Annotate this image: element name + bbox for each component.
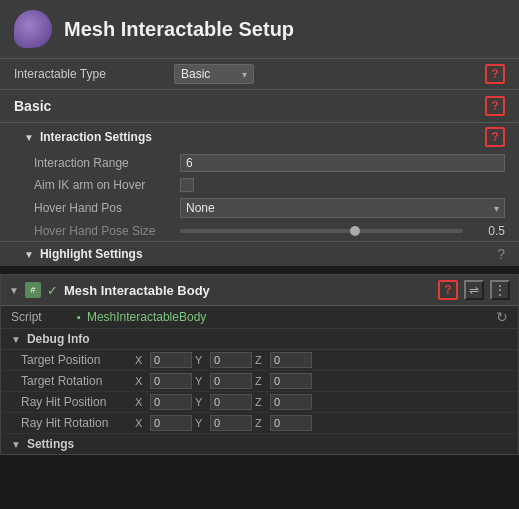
target-rotation-row: Target Rotation X Y Z — [1, 371, 518, 392]
ray-pos-y-input[interactable] — [210, 394, 252, 410]
interaction-settings-header[interactable]: ▼ Interaction Settings ? — [0, 122, 519, 151]
interaction-settings-label: Interaction Settings — [40, 130, 152, 144]
target-position-row: Target Position X Y Z — [1, 350, 518, 371]
ray-pos-z-input[interactable] — [270, 394, 312, 410]
target-rot-y-input[interactable] — [210, 373, 252, 389]
check-icon: ✓ — [47, 283, 58, 298]
app-icon — [14, 10, 52, 48]
interactable-type-label: Interactable Type — [14, 67, 174, 81]
aim-ik-label: Aim IK arm on Hover — [34, 178, 174, 192]
script-value: MeshInteractableBody — [87, 310, 206, 324]
highlight-settings-tri-icon: ▼ — [24, 249, 34, 260]
ray-pos-x-input[interactable] — [150, 394, 192, 410]
target-rot-x-label: X — [135, 375, 147, 387]
target-pos-y-label: Y — [195, 354, 207, 366]
hover-hand-pose-size-slider[interactable] — [180, 229, 463, 233]
basic-section-help-button[interactable]: ? — [485, 96, 505, 116]
settings-tri-icon: ▼ — [11, 439, 21, 450]
hover-hand-pos-row: Hover Hand Pos None ▾ — [0, 195, 519, 221]
ray-hit-position-xyz: X Y Z — [135, 394, 508, 410]
target-rotation-label: Target Rotation — [21, 374, 131, 388]
target-pos-x-label: X — [135, 354, 147, 366]
ray-rot-y-label: Y — [195, 417, 207, 429]
reload-icon[interactable]: ↻ — [496, 309, 508, 325]
debug-info-header[interactable]: ▼ Debug Info — [1, 329, 518, 350]
bottom-title-bar: ▼ # ✓ Mesh Interactable Body ? ⇌ ⋮ — [1, 275, 518, 306]
hover-hand-pos-arrow-icon: ▾ — [494, 203, 499, 214]
hover-hand-pos-value: None — [186, 201, 215, 215]
target-rot-z-input[interactable] — [270, 373, 312, 389]
basic-section-header: Basic ? — [0, 89, 519, 122]
highlight-settings-help-icon: ? — [497, 246, 505, 262]
component-title: Mesh Interactable Body — [64, 283, 210, 298]
component-menu-button[interactable]: ⋮ — [490, 280, 510, 300]
ray-hit-rotation-xyz: X Y Z — [135, 415, 508, 431]
aim-ik-row: Aim IK arm on Hover — [0, 175, 519, 195]
top-panel: Mesh Interactable Setup Interactable Typ… — [0, 0, 519, 266]
debug-tri-icon: ▼ — [11, 334, 21, 345]
target-position-xyz: X Y Z — [135, 352, 508, 368]
ray-rot-y-input[interactable] — [210, 415, 252, 431]
ray-hit-position-label: Ray Hit Position — [21, 395, 131, 409]
ray-rot-x-label: X — [135, 417, 147, 429]
interaction-settings-tri-icon: ▼ — [24, 132, 34, 143]
interactable-type-row: Interactable Type Basic ▾ ? — [0, 58, 519, 89]
script-label: Script — [11, 310, 71, 324]
ray-rot-x-input[interactable] — [150, 415, 192, 431]
ray-hit-position-row: Ray Hit Position X Y Z — [1, 392, 518, 413]
script-file-icon: ▪ — [77, 311, 81, 323]
hover-hand-pose-size-value: 0.5 — [469, 224, 505, 238]
target-rot-z-label: Z — [255, 375, 267, 387]
ray-pos-y-label: Y — [195, 396, 207, 408]
target-pos-x-input[interactable] — [150, 352, 192, 368]
dropdown-arrow-icon: ▾ — [242, 69, 247, 80]
interaction-settings-help-button[interactable]: ? — [485, 127, 505, 147]
basic-section-label: Basic — [14, 98, 51, 114]
interactable-type-right: Basic ▾ — [174, 64, 485, 84]
target-pos-z-input[interactable] — [270, 352, 312, 368]
component-icon: # — [25, 282, 41, 298]
highlight-settings-header[interactable]: ▼ Highlight Settings ? — [0, 241, 519, 266]
bottom-panel: ▼ # ✓ Mesh Interactable Body ? ⇌ ⋮ Scrip… — [0, 274, 519, 455]
ray-rot-z-input[interactable] — [270, 415, 312, 431]
interactable-type-value: Basic — [181, 67, 210, 81]
debug-info-label: Debug Info — [27, 332, 90, 346]
interaction-range-input[interactable] — [180, 154, 505, 172]
hover-hand-pos-label: Hover Hand Pos — [34, 201, 174, 215]
ray-hit-rotation-row: Ray Hit Rotation X Y Z — [1, 413, 518, 434]
interactable-type-dropdown[interactable]: Basic ▾ — [174, 64, 254, 84]
target-pos-z-label: Z — [255, 354, 267, 366]
settings-header[interactable]: ▼ Settings — [1, 434, 518, 454]
hover-hand-pose-size-label: Hover Hand Pose Size — [34, 224, 174, 238]
component-settings-button[interactable]: ⇌ — [464, 280, 484, 300]
target-rot-x-input[interactable] — [150, 373, 192, 389]
ray-pos-z-label: Z — [255, 396, 267, 408]
script-row: Script ▪ MeshInteractableBody ↻ — [1, 306, 518, 329]
target-rotation-xyz: X Y Z — [135, 373, 508, 389]
target-pos-y-input[interactable] — [210, 352, 252, 368]
interaction-range-row: Interaction Range — [0, 151, 519, 175]
highlight-settings-label: Highlight Settings — [40, 247, 143, 261]
title-bar: Mesh Interactable Setup — [0, 0, 519, 58]
interaction-range-label: Interaction Range — [34, 156, 174, 170]
target-position-label: Target Position — [21, 353, 131, 367]
bottom-tri-icon: ▼ — [9, 285, 19, 296]
component-help-button[interactable]: ? — [438, 280, 458, 300]
settings-label: Settings — [27, 437, 74, 451]
aim-ik-checkbox[interactable] — [180, 178, 194, 192]
interactable-type-help-button[interactable]: ? — [485, 64, 505, 84]
ray-pos-x-label: X — [135, 396, 147, 408]
target-rot-y-label: Y — [195, 375, 207, 387]
slider-thumb — [350, 226, 360, 236]
app-title: Mesh Interactable Setup — [64, 18, 294, 41]
hover-hand-pos-select[interactable]: None ▾ — [180, 198, 505, 218]
ray-hit-rotation-label: Ray Hit Rotation — [21, 416, 131, 430]
ray-rot-z-label: Z — [255, 417, 267, 429]
hover-hand-pose-size-row: Hover Hand Pose Size 0.5 — [0, 221, 519, 241]
